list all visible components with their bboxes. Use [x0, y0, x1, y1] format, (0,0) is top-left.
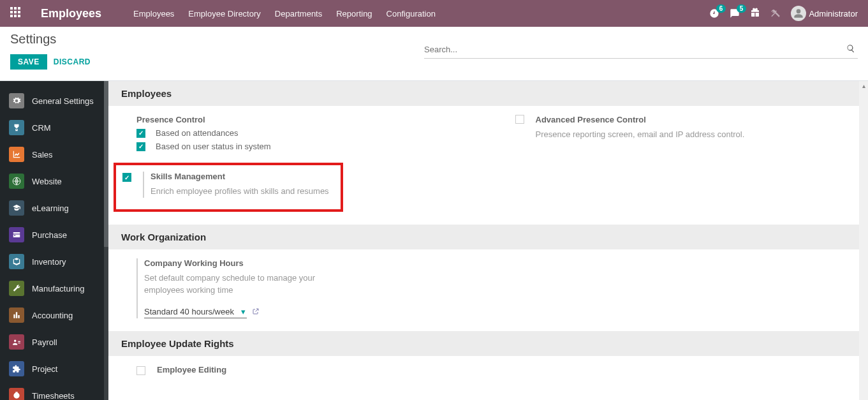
section-update-rights-header: Employee Update Rights: [108, 331, 868, 356]
sidebar-item-label: Website: [32, 177, 62, 186]
timer-icon: [9, 388, 24, 400]
activities-badge: 6: [716, 4, 726, 13]
advanced-presence-desc: Presence reporting screen, email and IP …: [536, 128, 745, 141]
sidebar-item-crm[interactable]: CRM: [0, 114, 108, 141]
user-name-label: Administrator: [809, 9, 858, 19]
box-icon: [9, 254, 24, 269]
sidebar-scrollbar[interactable]: [104, 81, 108, 400]
debug-icon[interactable]: [770, 8, 781, 20]
skills-management-desc: Enrich employee profiles with skills and…: [151, 185, 329, 198]
card-icon: [9, 227, 24, 242]
external-link-icon[interactable]: [252, 307, 260, 317]
checkbox-advanced-presence[interactable]: [515, 115, 524, 124]
avatar-icon: [791, 6, 806, 21]
sidebar-item-payroll[interactable]: Payroll: [0, 329, 108, 355]
top-nav: Employees Employee Directory Departments…: [133, 9, 709, 19]
sidebar-item-label: Manufacturing: [32, 284, 84, 293]
sidebar-item-purchase[interactable]: Purchase: [0, 221, 108, 248]
messages-badge: 5: [737, 4, 747, 13]
search-input[interactable]: [424, 41, 844, 58]
label-user-status: Based on user status in system: [156, 142, 271, 151]
globe-icon: [9, 174, 24, 189]
sidebar-item-project[interactable]: Project: [0, 355, 108, 382]
chevron-down-icon: ▾: [241, 307, 246, 316]
nav-departments[interactable]: Departments: [275, 9, 322, 19]
advanced-presence-title: Advanced Presence Control: [536, 115, 745, 124]
chart-icon: [9, 147, 24, 162]
nav-reporting[interactable]: Reporting: [336, 9, 372, 19]
wrench-icon: [9, 281, 24, 296]
messages-button[interactable]: 5: [730, 8, 740, 19]
user-menu[interactable]: Administrator: [791, 6, 858, 21]
sidebar-item-label: eLearning: [32, 204, 69, 213]
activities-button[interactable]: 6: [709, 8, 719, 19]
discard-button[interactable]: DISCARD: [54, 57, 91, 66]
bars-icon: [9, 307, 24, 323]
handshake-icon: [9, 120, 24, 135]
sidebar-item-label: General Settings: [32, 96, 94, 106]
breadcrumb: Settings: [10, 32, 91, 47]
highlight-skills-management: Skills Management Enrich employee profil…: [114, 163, 343, 212]
sidebar-item-general-settings[interactable]: General Settings: [0, 87, 108, 114]
presence-control-title: Presence Control: [136, 115, 477, 124]
company-working-hours-title: Company Working Hours: [144, 258, 328, 268]
settings-content: Employees Presence Control Based on atte…: [108, 81, 868, 400]
app-title: Employees: [41, 7, 101, 20]
sidebar-item-elearning[interactable]: eLearning: [0, 195, 108, 221]
sidebar-item-accounting[interactable]: Accounting: [0, 302, 108, 329]
puzzle-icon: [9, 361, 24, 376]
gift-icon[interactable]: [750, 8, 760, 20]
section-employees-header: Employees: [108, 81, 868, 106]
sidebar-item-label: Inventory: [32, 257, 66, 267]
section-work-org-header: Work Organization: [108, 225, 868, 249]
sidebar-item-timesheets[interactable]: Timesheets: [0, 382, 108, 400]
content-scrollbar[interactable]: ▴: [859, 81, 868, 400]
checkbox-employee-editing[interactable]: [136, 366, 145, 375]
settings-sidebar: General Settings CRM Sales Website eLear…: [0, 81, 108, 400]
sidebar-item-label: Accounting: [32, 311, 73, 320]
apps-menu-icon[interactable]: [10, 7, 23, 20]
sidebar-item-sales[interactable]: Sales: [0, 141, 108, 168]
sidebar-item-website[interactable]: Website: [0, 168, 108, 195]
graduation-icon: [9, 200, 24, 216]
working-hours-value: Standard 40 hours/week: [144, 307, 234, 316]
nav-employees[interactable]: Employees: [133, 9, 174, 19]
skills-management-title: Skills Management: [151, 172, 329, 181]
sidebar-item-label: Project: [32, 364, 57, 374]
label-attendances: Based on attendances: [156, 128, 238, 138]
nav-employee-directory[interactable]: Employee Directory: [188, 9, 260, 19]
sidebar-item-manufacturing[interactable]: Manufacturing: [0, 275, 108, 302]
checkbox-user-status[interactable]: [136, 142, 145, 151]
scroll-up-icon[interactable]: ▴: [859, 81, 868, 90]
checkbox-skills-management[interactable]: [122, 173, 131, 182]
search-icon[interactable]: [844, 41, 858, 57]
sidebar-item-label: Purchase: [32, 230, 67, 240]
sidebar-item-label: Timesheets: [32, 391, 75, 401]
employee-editing-title: Employee Editing: [157, 365, 226, 374]
sidebar-item-label: Sales: [32, 150, 53, 159]
save-button[interactable]: SAVE: [10, 54, 47, 70]
working-hours-select[interactable]: Standard 40 hours/week ▾: [144, 306, 247, 318]
sidebar-item-label: CRM: [32, 123, 51, 133]
sidebar-item-label: Payroll: [32, 337, 57, 347]
company-working-hours-desc: Set default company schedule to manage y…: [144, 272, 328, 297]
gear-icon: [9, 93, 24, 108]
sidebar-item-inventory[interactable]: Inventory: [0, 248, 108, 275]
checkbox-attendances[interactable]: [136, 129, 145, 138]
nav-configuration[interactable]: Configuration: [386, 9, 436, 19]
money-icon: [9, 334, 24, 350]
